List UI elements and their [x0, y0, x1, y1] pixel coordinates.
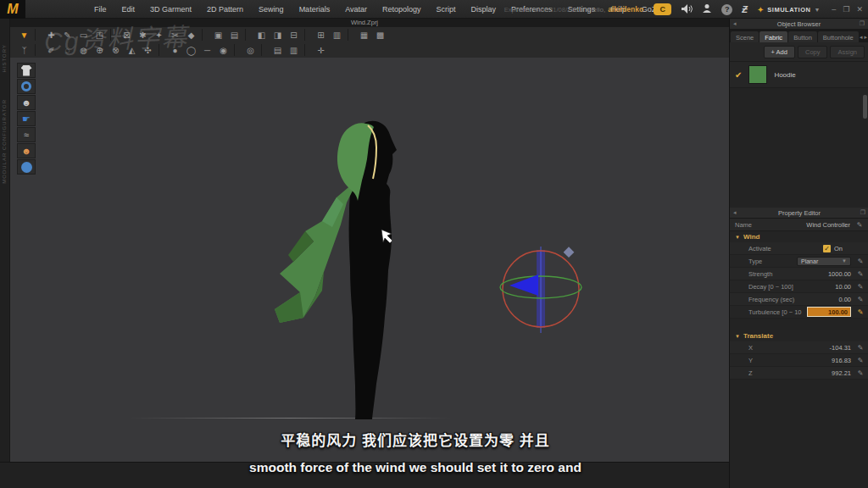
- menu-item-materials[interactable]: Materials: [292, 2, 338, 17]
- translate-section-header[interactable]: ▼ Translate: [730, 330, 868, 341]
- grid-b-icon[interactable]: ▩: [373, 28, 387, 42]
- tape-icon[interactable]: ✐: [44, 43, 58, 57]
- restore-button[interactable]: ❐: [843, 5, 849, 14]
- tab-fabric[interactable]: Fabric: [760, 31, 787, 42]
- type-dropdown[interactable]: Planar ▼: [797, 257, 851, 266]
- button-icon[interactable]: ◎: [243, 43, 258, 57]
- fold-icon[interactable]: ⊟: [287, 28, 301, 42]
- edit-pencil-icon[interactable]: ✎: [856, 344, 865, 352]
- x-value[interactable]: -104.31: [830, 344, 851, 352]
- symmetry-a-icon[interactable]: ⊞: [314, 28, 328, 42]
- modular-configurator-rail-label[interactable]: MODULAR CONFIGURATOR: [2, 99, 7, 184]
- edit-pencil-icon[interactable]: ✎: [856, 283, 865, 291]
- garment-icon[interactable]: [17, 63, 36, 78]
- menu-item-edit[interactable]: Edit: [114, 2, 143, 17]
- menu-item-script[interactable]: Script: [429, 2, 464, 17]
- panel-popout-icon[interactable]: ❐: [860, 20, 865, 27]
- z-value[interactable]: 992.21: [832, 369, 851, 377]
- check-icon[interactable]: ✔: [735, 70, 742, 80]
- wind-section-header[interactable]: ▼ Wind: [730, 231, 868, 242]
- edit-pencil-icon[interactable]: ✎: [856, 369, 865, 377]
- line-icon[interactable]: ─: [200, 43, 214, 57]
- mannequin-icon[interactable]: ☻: [17, 143, 36, 158]
- close-button[interactable]: ✕: [856, 5, 863, 14]
- activate-checkbox[interactable]: ✓: [823, 245, 831, 252]
- turbulence-input[interactable]: 100.00: [807, 307, 851, 317]
- garment-a-icon[interactable]: ▣: [211, 28, 225, 42]
- tab-scroll-arrows[interactable]: ◂ ▸: [860, 31, 867, 42]
- gizmo-handle-icon[interactable]: [564, 247, 575, 258]
- small-sphere-icon[interactable]: ●: [168, 43, 182, 57]
- edit-pencil-icon[interactable]: ✎: [856, 270, 865, 278]
- menu-item-file[interactable]: File: [86, 2, 114, 17]
- minimize-button[interactable]: –: [832, 5, 836, 14]
- transform-box-icon[interactable]: ◳: [92, 28, 107, 42]
- fabric-list-item-hoodie[interactable]: ✔ Hoodie: [730, 61, 868, 88]
- edit-pencil-icon[interactable]: ✎: [856, 258, 865, 265]
- flower-icon[interactable]: ✣: [141, 43, 155, 57]
- sewing-icon[interactable]: ✂: [168, 28, 182, 42]
- move-tool-icon[interactable]: ✚: [44, 28, 58, 42]
- grid-a-icon[interactable]: ▦: [357, 28, 371, 42]
- tab-buttonhole[interactable]: Buttonhole: [818, 31, 859, 42]
- tab-scene[interactable]: Scene: [731, 31, 759, 42]
- large-sphere-icon[interactable]: ◯: [184, 43, 198, 57]
- magnet-icon[interactable]: ◉: [216, 43, 231, 57]
- account-icon[interactable]: [702, 3, 712, 15]
- menu-item-retopology[interactable]: Retopology: [375, 2, 429, 17]
- measure-icon[interactable]: ◌: [60, 43, 75, 57]
- symmetry-b-icon[interactable]: ▥: [330, 28, 344, 42]
- y-value[interactable]: 916.83: [832, 357, 851, 364]
- simulation-dropdown[interactable]: ✦ SIMULATION ▼: [757, 5, 820, 14]
- import-arrow-icon[interactable]: ▼: [17, 28, 31, 42]
- cross-icon[interactable]: ✛: [314, 43, 328, 57]
- layer-icon[interactable]: ◨: [270, 28, 285, 42]
- scrollbar-thumb[interactable]: [863, 95, 867, 119]
- menu-item-display[interactable]: Display: [464, 2, 504, 17]
- strengthen-icon[interactable]: ◧: [254, 28, 269, 42]
- garment-b-icon[interactable]: ▤: [227, 28, 242, 42]
- credits-icon[interactable]: C: [654, 3, 671, 15]
- avatar-icon[interactable]: ☻: [17, 95, 36, 110]
- goz-bird-icon[interactable]: Ƶ: [742, 4, 748, 14]
- hand-icon[interactable]: ☛: [17, 111, 36, 126]
- object-browser-header[interactable]: ◂ Object Browser ❐: [730, 19, 868, 30]
- dart-icon[interactable]: ◆: [184, 28, 198, 42]
- table-b-icon[interactable]: ▥: [287, 43, 301, 57]
- frequency-value[interactable]: 0.00: [838, 296, 851, 303]
- history-rail-label[interactable]: HISTORY: [2, 44, 7, 72]
- prism-icon[interactable]: ◭: [125, 43, 139, 57]
- username-link[interactable]: alkirilenko: [608, 5, 643, 14]
- menu-item-sewing[interactable]: Sewing: [251, 2, 292, 17]
- edit-pencil-icon[interactable]: ✎: [855, 221, 864, 229]
- viewport-3d[interactable]: 31.20 (38/5): [10, 58, 729, 462]
- add-button[interactable]: + Add: [764, 46, 795, 58]
- menu-item-3d-garment[interactable]: 3D Garment: [142, 2, 199, 17]
- assign-button[interactable]: Assign: [830, 46, 865, 58]
- menu-item-avatar[interactable]: Avatar: [337, 2, 375, 17]
- edit-pen-icon[interactable]: ✎: [60, 28, 75, 42]
- avatar-pose-icon[interactable]: ᛉ: [17, 43, 31, 57]
- fabric-icon[interactable]: ≈: [17, 127, 36, 142]
- strength-value[interactable]: 1000.00: [828, 270, 851, 278]
- avatar-with-hoodie[interactable]: [237, 113, 424, 435]
- flatten-icon[interactable]: ⊠: [120, 28, 134, 42]
- menu-item-2d-pattern[interactable]: 2D Pattern: [199, 2, 251, 17]
- panel-popout-icon[interactable]: ❐: [860, 209, 865, 216]
- world-icon[interactable]: [17, 159, 36, 175]
- wind-controller-gizmo[interactable]: [494, 243, 587, 336]
- rect-select-icon[interactable]: ▭: [76, 28, 91, 42]
- tack-icon[interactable]: ✦: [152, 28, 166, 42]
- table-a-icon[interactable]: ▤: [270, 43, 285, 57]
- name-value[interactable]: Wind Controller: [806, 221, 850, 229]
- tab-button[interactable]: Button: [788, 31, 817, 42]
- sphere-edit-icon[interactable]: ◍: [76, 43, 91, 57]
- simulate-ring-icon[interactable]: [17, 79, 36, 94]
- edit-pencil-icon[interactable]: ✎: [856, 296, 865, 303]
- pin-icon[interactable]: ✱: [136, 28, 150, 42]
- help-icon[interactable]: ?: [721, 4, 732, 15]
- pin-add-icon[interactable]: ⊕: [92, 43, 107, 57]
- pin-remove-icon[interactable]: ⊗: [108, 43, 123, 57]
- copy-button[interactable]: Copy: [798, 46, 828, 58]
- decay-value[interactable]: 10.00: [835, 283, 851, 291]
